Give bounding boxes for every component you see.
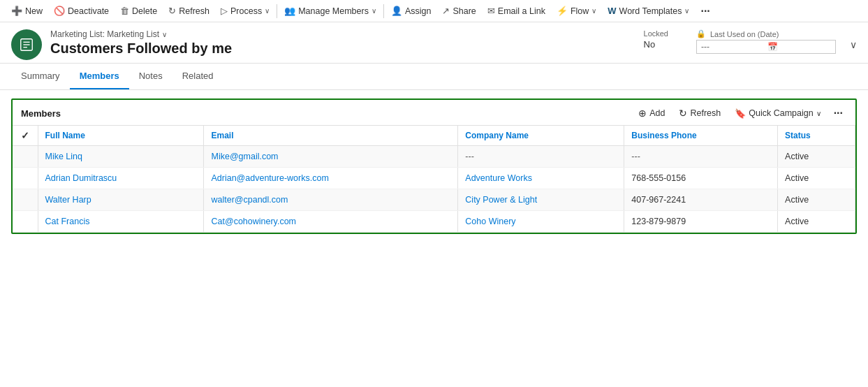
email-link[interactable]: Mike@gmail.com: [211, 152, 278, 161]
tab-members[interactable]: Members: [70, 64, 129, 89]
table-row[interactable]: Walter Harpwalter@cpandl.comCity Power &…: [13, 189, 855, 211]
row-status: Active: [778, 211, 855, 233]
new-button[interactable]: ➕ New: [6, 0, 48, 22]
last-used-field: 🔒 Last Used on (Date) --- 📅: [696, 29, 836, 54]
quick-campaign-chevron: ∨: [816, 110, 821, 117]
members-refresh-button[interactable]: ↻ Refresh: [673, 105, 726, 121]
page-title: Customers Followed by me: [50, 41, 635, 57]
process-chevron: ∨: [265, 7, 270, 15]
company-link[interactable]: Adventure Works: [465, 173, 532, 183]
company-link[interactable]: City Power & Light: [465, 195, 537, 205]
tab-bar: Summary Members Notes Related: [0, 64, 868, 90]
word-templates-button[interactable]: W Word Templates ∨: [602, 0, 695, 22]
word-templates-icon: W: [608, 6, 616, 16]
members-refresh-icon: ↻: [679, 108, 687, 119]
email-link-button[interactable]: ✉ Email a Link: [482, 0, 551, 22]
row-checkbox[interactable]: [13, 168, 38, 189]
email-link[interactable]: walter@cpandl.com: [211, 195, 288, 205]
quick-campaign-icon: 🔖: [735, 108, 746, 119]
lock-icon: 🔒: [696, 29, 706, 38]
full-name-link[interactable]: Mike Linq: [45, 152, 83, 161]
new-icon: ➕: [11, 6, 22, 16]
row-email[interactable]: Mike@gmail.com: [204, 146, 458, 168]
email-link[interactable]: Cat@cohowinery.com: [211, 217, 296, 226]
table-row[interactable]: Mike LinqMike@gmail.com------Active: [13, 146, 855, 168]
members-actions: ⊕ Add ↻ Refresh 🔖 Quick Campaign ∨ ···: [633, 105, 847, 121]
word-templates-chevron: ∨: [684, 7, 689, 15]
flow-chevron: ∨: [591, 7, 596, 15]
toolbar-divider-1: [277, 4, 277, 18]
row-email[interactable]: Adrian@adventure-works.com: [204, 168, 458, 189]
last-used-label: Last Used on (Date): [710, 30, 779, 38]
table-row[interactable]: Cat FrancisCat@cohowinery.comCoho Winery…: [13, 211, 855, 233]
row-full-name[interactable]: Adrian Dumitrascu: [38, 168, 204, 189]
deactivate-button[interactable]: 🚫 Deactivate: [48, 0, 115, 22]
row-company-name: Coho Winery: [458, 211, 624, 233]
col-header-status[interactable]: Status: [778, 126, 855, 146]
email-link[interactable]: Adrian@adventure-works.com: [211, 173, 328, 183]
row-company-name: ---: [458, 146, 624, 168]
last-used-value: ---: [701, 42, 765, 52]
row-status: Active: [778, 168, 855, 189]
header-info: Marketing List: Marketing List ∨ Custome…: [50, 29, 635, 57]
locked-value: No: [644, 39, 668, 50]
header-collapse-button[interactable]: ∨: [850, 39, 857, 50]
row-company-name: Adventure Works: [458, 168, 624, 189]
add-button[interactable]: ⊕ Add: [633, 105, 670, 121]
breadcrumb-chevron[interactable]: ∨: [162, 31, 167, 38]
row-full-name[interactable]: Mike Linq: [38, 146, 204, 168]
assign-button[interactable]: 👤 Assign: [385, 0, 437, 22]
breadcrumb-text: Marketing List: Marketing List: [50, 29, 159, 39]
last-used-input[interactable]: --- 📅: [696, 40, 836, 54]
row-full-name[interactable]: Cat Francis: [38, 211, 204, 233]
row-email[interactable]: Cat@cohowinery.com: [204, 211, 458, 233]
flow-button[interactable]: ⚡ Flow ∨: [551, 0, 602, 22]
members-section-header: Members ⊕ Add ↻ Refresh 🔖 Quick Campaign…: [13, 100, 855, 125]
col-header-full-name[interactable]: Full Name: [38, 126, 204, 146]
breadcrumb: Marketing List: Marketing List ∨: [50, 29, 635, 39]
quick-campaign-label: Quick Campaign: [749, 108, 813, 118]
process-button[interactable]: ▷ Process ∨: [215, 0, 275, 22]
tab-summary[interactable]: Summary: [11, 64, 70, 89]
locked-field: Locked No: [644, 29, 668, 50]
row-checkbox[interactable]: [13, 211, 38, 233]
row-full-name[interactable]: Walter Harp: [38, 189, 204, 211]
members-refresh-label: Refresh: [690, 108, 721, 118]
more-options-button[interactable]: ···: [695, 0, 715, 22]
full-name-link[interactable]: Walter Harp: [45, 195, 91, 205]
marketing-list-icon: [19, 37, 34, 52]
row-email[interactable]: walter@cpandl.com: [204, 189, 458, 211]
last-used-header: 🔒 Last Used on (Date): [696, 29, 836, 38]
entity-icon: [11, 29, 42, 60]
header-fields: Locked No 🔒 Last Used on (Date) --- 📅: [644, 29, 836, 54]
calendar-icon: 📅: [767, 42, 831, 52]
table-header-checkbox[interactable]: ✓: [13, 126, 38, 146]
full-name-link[interactable]: Adrian Dumitrascu: [45, 173, 117, 183]
col-header-email[interactable]: Email: [204, 126, 458, 146]
locked-label: Locked: [644, 29, 668, 38]
delete-button[interactable]: 🗑 Delete: [115, 0, 163, 22]
row-business-phone: ---: [624, 146, 778, 168]
tab-related[interactable]: Related: [172, 64, 223, 89]
manage-members-chevron: ∨: [372, 7, 376, 15]
share-button[interactable]: ↗ Share: [436, 0, 481, 22]
members-table: ✓ Full Name Email Company Name Business …: [13, 125, 855, 233]
col-header-company-name[interactable]: Company Name: [458, 126, 624, 146]
row-status: Active: [778, 146, 855, 168]
table-row[interactable]: Adrian DumitrascuAdrian@adventure-works.…: [13, 168, 855, 189]
col-header-business-phone[interactable]: Business Phone: [624, 126, 778, 146]
row-status: Active: [778, 189, 855, 211]
quick-campaign-button[interactable]: 🔖 Quick Campaign ∨: [729, 106, 826, 121]
flow-icon: ⚡: [557, 6, 568, 16]
manage-members-button[interactable]: 👥 Manage Members ∨: [279, 0, 382, 22]
share-icon: ↗: [442, 6, 450, 16]
company-link[interactable]: Coho Winery: [465, 217, 515, 226]
refresh-button[interactable]: ↻ Refresh: [163, 0, 215, 22]
refresh-icon: ↻: [168, 6, 176, 16]
members-more-options[interactable]: ···: [830, 105, 847, 121]
full-name-link[interactable]: Cat Francis: [45, 217, 90, 226]
tab-notes[interactable]: Notes: [129, 64, 172, 89]
row-checkbox[interactable]: [13, 146, 38, 168]
row-business-phone: 768-555-0156: [624, 168, 778, 189]
row-checkbox[interactable]: [13, 189, 38, 211]
